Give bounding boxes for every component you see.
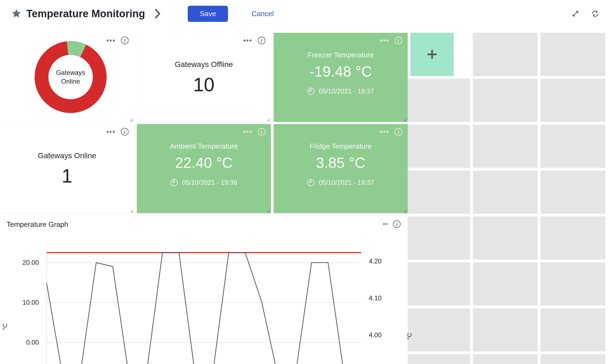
temperature-chart: 20.0010.000.004.204.104.003.90 °C °C (0, 237, 408, 364)
svg-text:4.00: 4.00 (369, 331, 382, 339)
page-title: Temperature Monitoring (26, 8, 145, 20)
widget-label: Ambient Temperature (137, 142, 271, 151)
resize-handle-icon[interactable] (129, 209, 133, 213)
resize-handle-icon[interactable] (403, 209, 407, 213)
save-button[interactable]: Save (188, 6, 228, 22)
widget-timestamp: 05/10/2021 - 19:37 (319, 87, 374, 95)
widget-more-icon[interactable]: ••• (380, 128, 389, 135)
add-widget-button[interactable] (410, 33, 454, 76)
widget-value: 10 (137, 74, 271, 96)
star-icon[interactable] (11, 8, 22, 19)
resize-handle-icon[interactable] (266, 118, 270, 121)
svg-text:4.10: 4.10 (369, 294, 382, 302)
svg-text:0.00: 0.00 (26, 339, 39, 346)
widget-more-icon[interactable]: ••• (243, 37, 252, 44)
donut-chart: Gateways Online (32, 39, 109, 115)
cancel-button[interactable]: Cancel (250, 9, 275, 18)
widget-gateways-offline[interactable]: ••• i Gateways Offline 10 (137, 33, 271, 122)
widget-info-icon[interactable]: i (121, 37, 129, 44)
resize-handle-icon[interactable] (403, 118, 407, 121)
widget-label: Gateways Offline (137, 60, 271, 69)
widget-more-icon[interactable]: ••• (243, 128, 252, 135)
widget-more-icon[interactable]: ••• (106, 128, 115, 135)
plus-icon (426, 48, 438, 60)
widget-label: Freezer Temperature (274, 51, 408, 59)
chart-title: Temperature Graph (7, 220, 68, 229)
widget-value: 1 (0, 165, 134, 187)
widget-info-icon[interactable]: i (393, 220, 401, 228)
widget-gateways-online-count[interactable]: ••• i Gateways Online 1 (0, 124, 134, 213)
y-axis-left-label: °C (2, 323, 9, 330)
widget-ambient-temperature[interactable]: ••• i Ambient Temperature 22.40 °C 05/10… (137, 124, 271, 213)
donut-center-line1: Gateways (56, 68, 85, 77)
widget-info-icon[interactable]: i (395, 37, 402, 44)
widget-info-icon[interactable]: i (258, 37, 265, 44)
widget-value: -19.48 °C (274, 63, 408, 80)
svg-text:20.00: 20.00 (22, 259, 39, 266)
svg-text:10.00: 10.00 (22, 299, 39, 306)
widget-more-icon[interactable]: ••• (380, 37, 389, 44)
breadcrumb-chevron-icon[interactable] (154, 8, 160, 19)
widget-fridge-temperature[interactable]: ••• i Fridge Temperature 3.85 °C 05/10/2… (274, 124, 408, 213)
y-axis-right-label: °C (406, 333, 413, 340)
widget-value: 22.40 °C (137, 154, 271, 171)
widget-label: Gateways Online (0, 151, 134, 160)
widget-timestamp: 05/10/2021 - 19:36 (182, 179, 237, 186)
clock-icon (170, 179, 178, 186)
resize-handle-icon[interactable] (266, 209, 270, 213)
resize-handle-icon[interactable] (129, 118, 133, 121)
donut-center-line2: Online (61, 77, 80, 86)
widget-value: 3.85 °C (274, 154, 408, 171)
refresh-icon[interactable] (592, 10, 599, 17)
widget-freezer-temperature[interactable]: ••• i Freezer Temperature -19.48 °C 05/1… (274, 33, 408, 122)
widget-info-icon[interactable]: i (395, 128, 402, 136)
widget-more-icon[interactable]: ••• (383, 222, 387, 227)
widget-temperature-graph[interactable]: Temperature Graph ••• i 20.0010.000.004.… (0, 215, 408, 364)
page-header: Temperature Monitoring Save Cancel (0, 0, 608, 27)
expand-arrows-icon[interactable] (572, 10, 579, 17)
widget-gateways-online-donut[interactable]: ••• i Gateways Online (0, 33, 134, 122)
widget-info-icon[interactable]: i (121, 128, 129, 136)
widget-timestamp: 05/10/2021 - 19:37 (319, 179, 374, 186)
widget-info-icon[interactable]: i (258, 128, 265, 136)
clock-icon (307, 179, 314, 186)
svg-text:4.20: 4.20 (369, 257, 382, 265)
widget-label: Fridge Temperature (274, 142, 408, 151)
clock-icon (307, 88, 314, 95)
